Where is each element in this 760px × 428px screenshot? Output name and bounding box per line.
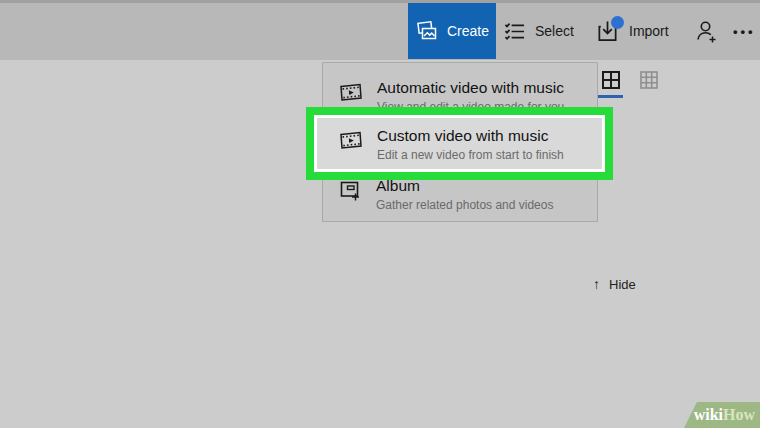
create-button[interactable]: Create	[408, 3, 496, 59]
select-button-label: Select	[535, 23, 574, 39]
import-notification-badge	[611, 16, 624, 29]
import-button-label: Import	[629, 23, 669, 39]
photos-app-window: Create Select Im	[0, 0, 760, 428]
see-more-button[interactable]: •••	[733, 3, 756, 59]
menu-item-subtitle: Edit a new video from start to finish	[377, 148, 564, 163]
menu-item-title: Automatic video with music	[377, 78, 564, 97]
app-toolbar: Create Select Im	[0, 3, 760, 60]
wikihow-watermark: wikiHow	[684, 402, 760, 428]
add-person-icon	[695, 19, 718, 44]
grid-2x2-icon	[601, 70, 621, 90]
watermark-wiki-text: wiki	[694, 406, 723, 424]
menu-item-title: Custom video with music	[377, 126, 564, 145]
hide-button[interactable]: ↑ Hide	[593, 276, 636, 292]
view-toggle-group	[598, 70, 661, 98]
grid-3x3-view-button[interactable]	[636, 70, 661, 98]
create-button-label: Create	[447, 23, 489, 39]
menu-item-automatic-video[interactable]: Automatic video with music View and edit…	[338, 78, 564, 115]
select-checklist-icon	[504, 21, 525, 42]
album-add-icon	[338, 178, 363, 203]
menu-item-subtitle: Gather related photos and videos	[376, 198, 553, 213]
import-tray-icon	[596, 20, 619, 43]
grid-2x2-view-button[interactable]	[598, 70, 623, 98]
menu-item-album[interactable]: Album Gather related photos and videos	[338, 176, 553, 213]
ellipsis-icon: •••	[733, 24, 756, 39]
grid-3x3-icon	[639, 70, 659, 90]
menu-item-custom-video[interactable]: Custom video with music Edit a new video…	[338, 126, 564, 163]
menu-item-subtitle: View and edit a video made for you	[377, 100, 564, 115]
import-button[interactable]: Import	[596, 3, 669, 59]
add-person-button[interactable]	[695, 3, 718, 59]
select-button[interactable]: Select	[504, 3, 574, 59]
hide-button-label: Hide	[609, 277, 636, 292]
video-clip-icon	[338, 80, 364, 105]
watermark-how-text: How	[723, 406, 755, 424]
up-arrow-icon: ↑	[593, 276, 600, 292]
create-photos-icon	[415, 19, 439, 43]
menu-item-title: Album	[376, 176, 553, 195]
selected-view-underline	[598, 95, 623, 98]
video-clip-icon	[338, 128, 364, 153]
